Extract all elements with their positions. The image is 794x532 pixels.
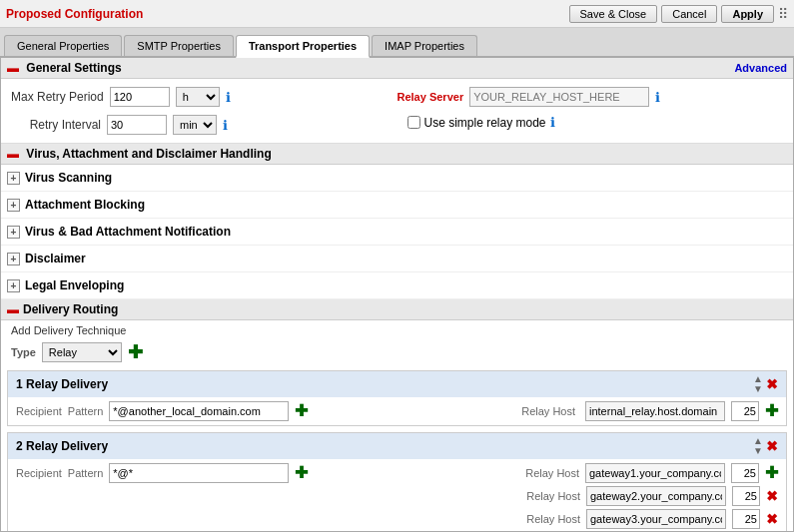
relay-delivery-1-body: Recipient Pattern ✚ Relay Host ✚ xyxy=(8,397,786,425)
retry-interval-row: Retry Interval min h ℹ xyxy=(1,111,388,139)
disclaimer-label: Disclaimer xyxy=(25,252,86,266)
type-label: Type xyxy=(11,346,36,358)
relay-delivery-2-pattern-section: Recipient Pattern ✚ xyxy=(16,463,308,483)
add-pattern-2-button[interactable]: ✚ xyxy=(295,465,308,481)
relay-host-label-2-2: Relay Host xyxy=(526,490,580,502)
max-retry-info-icon[interactable]: ℹ xyxy=(226,90,231,105)
attachment-blocking-subsection: + Attachment Blocking xyxy=(1,192,793,219)
virus-notification-subsection: + Virus & Bad Attachment Notification xyxy=(1,219,793,246)
advanced-link[interactable]: Advanced xyxy=(734,62,787,74)
relay-delivery-2-hosts: Relay Host ✚ Relay Host ✖ Relay Host ✖ xyxy=(525,463,778,529)
relay-port-input-2-3[interactable] xyxy=(732,509,760,529)
max-retry-row: Max Retry Period h min ℹ xyxy=(1,83,388,111)
relay-delivery-1-title: 1 Relay Delivery xyxy=(16,377,108,391)
virus-subsections: + Virus Scanning + Attachment Blocking +… xyxy=(1,165,793,299)
delivery-type-select[interactable]: Relay Direct xyxy=(42,342,122,362)
relay-delivery-2-controls: ▲ ▼ ✖ xyxy=(753,436,778,456)
relay-host-label-2-1: Relay Host xyxy=(525,467,579,479)
retry-interval-label: Retry Interval xyxy=(11,118,101,132)
relay-delivery-2: 2 Relay Delivery ▲ ▼ ✖ Recipient Pattern… xyxy=(7,432,787,532)
relay-port-input-2-2[interactable] xyxy=(732,486,760,506)
retry-interval-unit-select[interactable]: min h xyxy=(173,115,217,135)
relay-host-input-2-3[interactable] xyxy=(586,509,726,529)
attachment-blocking-header[interactable]: + Attachment Blocking xyxy=(7,195,787,215)
cancel-button[interactable]: Cancel xyxy=(661,5,717,23)
retry-interval-info-icon[interactable]: ℹ xyxy=(223,118,228,133)
relay-host-row-2-1: Relay Host ✚ xyxy=(525,463,778,483)
add-pattern-1-button[interactable]: ✚ xyxy=(295,403,308,419)
simple-relay-label: Use simple relay mode xyxy=(424,116,546,130)
virus-scanning-subsection: + Virus Scanning xyxy=(1,165,793,192)
virus-section-header[interactable]: ▬ Virus, Attachment and Disclaimer Handl… xyxy=(1,144,793,165)
disclaimer-header[interactable]: + Disclaimer xyxy=(7,249,787,268)
pattern-input-1[interactable] xyxy=(109,401,289,421)
relay-delivery-1-delete-button[interactable]: ✖ xyxy=(766,376,778,392)
tab-imap-properties[interactable]: IMAP Properties xyxy=(372,35,477,56)
attachment-blocking-label: Attachment Blocking xyxy=(25,198,145,212)
pattern-label-1: Pattern xyxy=(68,405,103,417)
add-relay-host-2-button[interactable]: ✚ xyxy=(765,465,778,481)
main-content: ▬ General Settings Advanced Max Retry Pe… xyxy=(0,58,794,532)
relay-delivery-1-header: 1 Relay Delivery ▲ ▼ ✖ xyxy=(8,371,786,397)
tab-general-properties[interactable]: General Properties xyxy=(4,35,122,56)
relay-host-input-1[interactable] xyxy=(585,401,725,421)
delete-relay-host-2-2-button[interactable]: ✖ xyxy=(766,488,778,504)
virus-collapse-icon: ▬ xyxy=(7,147,19,161)
relay-delivery-2-header: 2 Relay Delivery ▲ ▼ ✖ xyxy=(8,433,786,459)
attachment-blocking-expand-icon: + xyxy=(7,199,20,212)
relay-port-input-1[interactable] xyxy=(731,401,759,421)
tab-transport-properties[interactable]: Transport Properties xyxy=(236,35,370,58)
relay-delivery-2-title: 2 Relay Delivery xyxy=(16,439,108,453)
legal-enveloping-header[interactable]: + Legal Enveloping xyxy=(7,275,787,295)
relay-delivery-1-controls: ▲ ▼ ✖ xyxy=(753,374,778,394)
save-close-button[interactable]: Save & Close xyxy=(569,5,658,23)
relay-host-input-2-1[interactable] xyxy=(585,463,725,483)
relay-delivery-2-down-arrow[interactable]: ▼ xyxy=(753,446,763,456)
delivery-routing-header[interactable]: ▬ Delivery Routing xyxy=(1,299,793,320)
general-settings-label: ▬ General Settings xyxy=(7,61,122,75)
max-retry-input[interactable] xyxy=(110,87,170,107)
add-delivery-label: Add Delivery Technique xyxy=(1,320,793,340)
delivery-type-row: Type Relay Direct ✚ xyxy=(1,340,793,364)
more-options-icon[interactable]: ⠿ xyxy=(778,6,788,22)
virus-notification-header[interactable]: + Virus & Bad Attachment Notification xyxy=(7,222,787,242)
apply-button[interactable]: Apply xyxy=(721,5,774,23)
legal-enveloping-subsection: + Legal Enveloping xyxy=(1,272,793,299)
tab-smtp-properties[interactable]: SMTP Properties xyxy=(124,35,234,56)
relay-delivery-2-arrows: ▲ ▼ xyxy=(753,436,763,456)
delivery-collapse-icon: ▬ xyxy=(7,302,19,316)
relay-delivery-2-body: Recipient Pattern ✚ Relay Host ✚ Relay H… xyxy=(8,459,786,529)
delete-relay-host-2-3-button[interactable]: ✖ xyxy=(766,511,778,527)
virus-scanning-expand-icon: + xyxy=(7,172,20,185)
retry-interval-input[interactable] xyxy=(107,115,167,135)
relay-server-input[interactable] xyxy=(469,87,649,107)
pattern-input-2[interactable] xyxy=(109,463,289,483)
recipient-label-2: Recipient xyxy=(16,467,62,479)
relay-delivery-1-down-arrow[interactable]: ▼ xyxy=(753,384,763,394)
relay-host-label-1: Relay Host xyxy=(521,405,575,417)
virus-scanning-label: Virus Scanning xyxy=(25,171,112,185)
general-settings-body: Max Retry Period h min ℹ Retry Interval … xyxy=(1,79,793,144)
virus-notification-label: Virus & Bad Attachment Notification xyxy=(25,225,231,239)
collapse-icon: ▬ xyxy=(7,61,19,75)
relay-host-label-2-3: Relay Host xyxy=(526,513,580,525)
max-retry-unit-select[interactable]: h min xyxy=(176,87,220,107)
add-delivery-type-button[interactable]: ✚ xyxy=(128,343,143,361)
virus-scanning-header[interactable]: + Virus Scanning xyxy=(7,168,787,188)
legal-enveloping-expand-icon: + xyxy=(7,279,20,292)
relay-server-row: Relay Server ℹ xyxy=(397,87,784,107)
pattern-label-2: Pattern xyxy=(68,467,103,479)
relay-port-input-2-1[interactable] xyxy=(731,463,759,483)
legal-enveloping-label: Legal Enveloping xyxy=(25,278,124,292)
add-relay-host-1-button[interactable]: ✚ xyxy=(765,403,778,419)
general-settings-header[interactable]: ▬ General Settings Advanced xyxy=(1,58,793,79)
relay-host-row-2-3: Relay Host ✖ xyxy=(526,509,778,529)
relay-server-info-icon[interactable]: ℹ xyxy=(655,90,660,105)
relay-delivery-1-arrows: ▲ ▼ xyxy=(753,374,763,394)
relay-delivery-1: 1 Relay Delivery ▲ ▼ ✖ Recipient Pattern… xyxy=(7,370,787,426)
simple-relay-info-icon[interactable]: ℹ xyxy=(550,115,555,130)
recipient-label-1: Recipient xyxy=(16,405,62,417)
relay-delivery-2-delete-button[interactable]: ✖ xyxy=(766,438,778,454)
relay-host-input-2-2[interactable] xyxy=(586,486,726,506)
simple-relay-checkbox[interactable] xyxy=(407,116,420,129)
